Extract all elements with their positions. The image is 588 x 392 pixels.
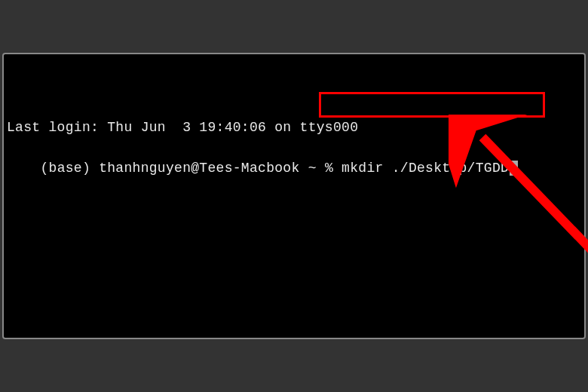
prompt-prefix: (base) thanhnguyen@Tees-Macbook ~ % [40,161,341,176]
last-login-line: Last login: Thu Jun 3 19:40:06 on ttys00… [7,118,581,138]
terminal-content: Last login: Thu Jun 3 19:40:06 on ttys00… [7,77,581,199]
terminal-window[interactable]: Last login: Thu Jun 3 19:40:06 on ttys00… [2,53,586,339]
command-text: mkdir ./Desktop/TGDD [341,161,509,176]
cursor [510,161,518,176]
prompt-line: (base) thanhnguyen@Tees-Macbook ~ % mkdi… [40,158,518,179]
